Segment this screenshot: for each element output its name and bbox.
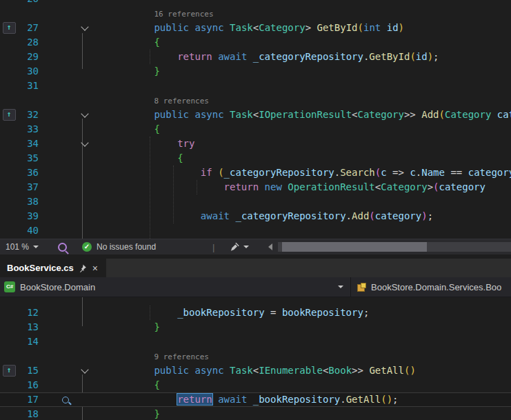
code-line-32: ↑32 public async Task<IOperationResult<C… — [0, 108, 511, 122]
code-text[interactable]: { — [95, 122, 511, 137]
scroll-left-arrow[interactable] — [268, 243, 272, 250]
glyph-margin — [0, 180, 18, 194]
code-text[interactable]: return await _categoryRepository.GetById… — [95, 50, 511, 64]
editor-status-bar: 101 % ✓ No issues found | — [0, 239, 511, 254]
outlining-margin — [74, 6, 95, 21]
line-number: 28 — [18, 35, 39, 50]
line-number: 12 — [18, 306, 39, 320]
code-text[interactable]: } — [95, 320, 511, 334]
glyph-margin — [0, 79, 18, 93]
outlining-margin — [74, 334, 95, 349]
zoom-control[interactable]: 101 % — [6, 242, 39, 252]
code-text[interactable] — [95, 0, 511, 6]
selection-margin — [39, 194, 74, 209]
code-text[interactable] — [95, 223, 511, 238]
code-line-26: 26 — [0, 0, 511, 6]
selection-margin — [39, 349, 74, 363]
codelens-text[interactable]: 9 references — [95, 349, 511, 363]
code-text[interactable]: { — [95, 378, 511, 392]
bottom-editor-pane: 12 _bookRepository = bookRepository;13 }… — [0, 297, 511, 420]
glyph-margin — [0, 137, 18, 151]
glyph-margin — [0, 306, 18, 320]
code-line-16: 16 { — [0, 378, 511, 392]
inheritance-margin-icon[interactable]: ↑ — [3, 365, 16, 377]
codelens-text[interactable]: 8 references — [95, 93, 511, 108]
line-number: 27 — [18, 21, 39, 35]
csharp-project-icon: C# — [4, 281, 15, 292]
fold-chevron-icon[interactable] — [81, 139, 88, 146]
code-text[interactable]: return new OperationResult<Category>(cat… — [95, 180, 511, 194]
code-text[interactable] — [95, 334, 511, 349]
code-text[interactable]: } — [95, 407, 511, 420]
selection-margin — [39, 180, 74, 194]
selection-margin — [39, 64, 74, 79]
line-number: 34 — [18, 137, 39, 151]
outlining-margin — [74, 306, 95, 320]
code-text[interactable]: public async Task<IOperationResult<Categ… — [95, 108, 511, 122]
code-text[interactable] — [95, 194, 511, 209]
line-number: 37 — [18, 180, 39, 194]
glyph-margin — [0, 209, 18, 223]
line-number: 17 — [18, 392, 39, 407]
navigation-bar: C# BookStore.Domain BookStore.Domain.Ser… — [0, 277, 511, 297]
outlining-margin — [74, 378, 95, 392]
code-text[interactable]: await _categoryRepository.Add(category); — [95, 209, 511, 223]
horizontal-scrollbar[interactable] — [278, 242, 511, 252]
selection-margin — [39, 79, 74, 93]
line-number: 26 — [18, 0, 39, 6]
close-icon[interactable]: × — [91, 263, 99, 273]
outlining-margin — [74, 392, 95, 407]
code-line-29: 29 return await _categoryRepository.GetB… — [0, 50, 511, 64]
check-icon: ✓ — [82, 242, 92, 252]
margin-wand-icon[interactable] — [62, 397, 69, 403]
code-text[interactable]: try — [95, 137, 511, 151]
code-text[interactable]: return await _bookRepository.GetAll(); — [95, 392, 511, 407]
outlining-margin — [74, 93, 95, 108]
project-dropdown[interactable]: C# BookStore.Domain — [0, 277, 351, 297]
code-text[interactable]: { — [95, 151, 511, 166]
outlining-margin — [74, 137, 95, 151]
tab-bookservice[interactable]: BookService.cs × — [0, 259, 106, 277]
fold-chevron-icon[interactable] — [81, 23, 88, 30]
glyph-margin — [0, 0, 18, 6]
code-text[interactable]: } — [95, 64, 511, 79]
selection-margin — [39, 378, 74, 392]
glyph-margin: ↑ — [0, 108, 18, 122]
code-line-34: 34 try — [0, 137, 511, 151]
outlining-margin — [74, 320, 95, 334]
code-cleanup-button[interactable] — [230, 242, 249, 252]
codelens-row: 16 references — [0, 6, 511, 21]
outlining-margin — [74, 166, 95, 180]
selection-margin — [39, 108, 74, 122]
fold-chevron-icon[interactable] — [81, 366, 88, 373]
line-number — [18, 93, 39, 108]
selection-margin — [39, 209, 74, 223]
code-text[interactable]: public async Task<IEnumerable<Book>> Get… — [95, 363, 511, 378]
code-health-icon[interactable] — [58, 243, 67, 252]
chevron-down-icon — [243, 246, 249, 248]
outlining-margin — [74, 349, 95, 363]
codelens-text[interactable]: 16 references — [95, 6, 511, 21]
member-name: BookStore.Domain.Services.Boo — [371, 282, 501, 292]
outlining-margin — [74, 151, 95, 166]
code-text[interactable]: _bookRepository = bookRepository; — [95, 306, 511, 320]
code-text[interactable]: { — [95, 35, 511, 50]
code-text[interactable]: if (_categoryRepository.Search(c => c.Na… — [95, 166, 511, 180]
line-number: 40 — [18, 223, 39, 238]
code-text[interactable]: public async Task<Category> GetById(int … — [95, 21, 511, 35]
tab-label: BookService.cs — [7, 263, 74, 273]
glyph-margin — [0, 407, 18, 420]
code-text[interactable] — [95, 79, 511, 93]
document-health-indicator[interactable]: ✓ No issues found — [82, 242, 156, 252]
code-line-12: 12 _bookRepository = bookRepository; — [0, 306, 511, 320]
vs-editor-window: 26 16 references↑27 public async Task<Ca… — [0, 0, 511, 420]
inheritance-margin-icon[interactable]: ↑ — [3, 22, 16, 34]
fold-chevron-icon[interactable] — [81, 110, 88, 117]
scrollbar-thumb[interactable] — [282, 242, 426, 252]
line-number: 38 — [18, 194, 39, 209]
selection-margin — [39, 6, 74, 21]
member-dropdown[interactable]: BookStore.Domain.Services.Boo — [351, 277, 511, 297]
pin-icon[interactable] — [79, 264, 86, 272]
inheritance-margin-icon[interactable]: ↑ — [3, 109, 16, 121]
separator: | — [212, 242, 214, 252]
